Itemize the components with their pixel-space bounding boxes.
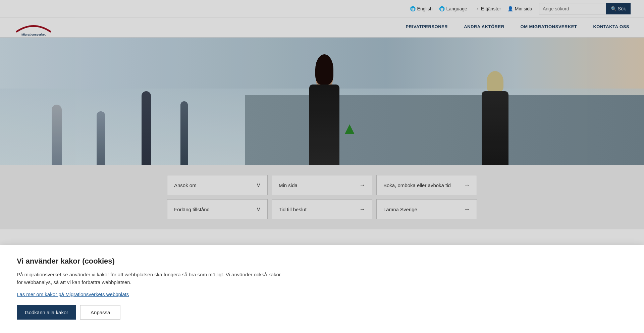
- cookie-overlay: Vi använder kakor (cookies) På migration…: [0, 0, 644, 229]
- cookie-overlay-bg: [0, 0, 644, 229]
